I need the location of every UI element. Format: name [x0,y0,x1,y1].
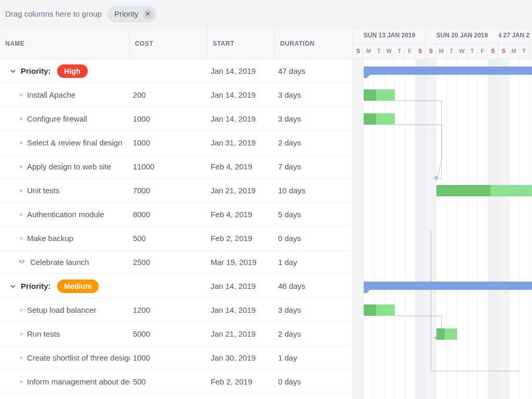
summary-bar[interactable] [364,66,532,75]
task-bar[interactable] [436,185,532,196]
bullet-icon [20,94,23,97]
task-name: Select & review final design [27,138,122,147]
task-duration: 3 days [275,305,353,314]
task-start: Jan 21, 2019 [207,186,275,195]
day-header: S [499,44,509,59]
group-priority-label: Priority: [21,66,51,75]
bullet-icon [20,141,23,144]
task-start: Jan 30, 2019 [207,353,275,362]
day-header: S [488,44,498,59]
col-header-start[interactable]: START [207,28,275,59]
task-duration: 3 days [275,114,353,123]
task-name: Configure firewall [27,114,87,123]
task-duration: 5 days [275,210,353,219]
task-row[interactable]: Unit tests7000Jan 21, 201910 days [0,179,353,203]
bullet-icon [20,356,23,360]
week-label: SUN 13 JAN 2019 [353,28,425,44]
week-label: SUN 20 JAN 2019 [426,28,498,44]
task-duration: 1 day [275,353,353,362]
bullet-icon [20,332,23,336]
task-row[interactable]: Authentication module8000Feb 4, 20195 da… [0,203,353,227]
bullet-icon [20,117,23,121]
task-row[interactable]: Select & review final design1000Jan 31, … [0,131,353,155]
task-duration: 2 days [275,138,353,147]
task-duration: 10 days [275,186,353,195]
gantt-panel[interactable]: SUN 13 JAN 2019SMTWTFSSUN 20 JAN 2019SMT… [353,28,532,399]
task-row[interactable]: Apply design to web site11000Feb 4, 2019… [0,155,353,179]
task-row[interactable]: Setup load balancer1200Jan 14, 20193 day… [0,298,353,322]
task-start: Jan 14, 2019 [207,114,275,123]
task-duration: 3 days [275,90,353,99]
task-row[interactable]: Run tests5000Jan 21, 20192 days [0,322,353,346]
day-header: S [426,44,436,59]
task-name: Authentication module [27,210,104,219]
task-name: Make backup [27,234,73,243]
day-header: S [353,44,364,59]
day-header: T [519,44,529,59]
task-start: Feb 2, 2019 [207,234,275,243]
task-start: Feb 4, 2019 [207,162,275,171]
column-headers: NAME COST START DURATION [0,28,353,59]
task-row[interactable]: Make backup500Feb 2, 20190 days [0,227,353,250]
day-header: T [467,44,477,59]
day-header: M [364,44,374,59]
bullet-icon [20,309,23,312]
task-cost: 500 [130,377,208,386]
day-header: M [436,44,447,59]
task-start: Jan 14, 2019 [207,305,275,314]
group-start: Jan 14, 2019 [207,66,275,75]
task-row[interactable]: Inform management about decision500Feb 2… [0,370,353,394]
col-header-name[interactable]: NAME [0,28,130,59]
day-header: S [415,44,425,59]
summary-bar[interactable] [364,282,532,290]
col-header-cost[interactable]: COST [130,28,208,59]
task-bar[interactable] [436,328,457,340]
task-start: Jan 14, 2019 [207,90,275,99]
task-cost: 1200 [130,305,208,314]
day-header: M [509,44,520,59]
priority-badge: High [57,64,88,78]
task-duration: 0 days [275,377,353,386]
task-bar[interactable] [364,113,395,125]
task-cost: 1000 [130,114,208,123]
timeline-week: SUN 13 JAN 2019SMTWTFS [353,28,426,59]
task-name: Setup load balancer [27,305,96,314]
task-duration: 7 days [275,162,353,171]
day-header: T [374,44,384,59]
day-header: W [457,44,468,59]
group-tag-priority[interactable]: Priority ✕ [107,6,156,22]
task-cost: 8000 [130,210,208,219]
group-start: Jan 14, 2019 [207,282,275,290]
task-name: Unit tests [27,186,60,195]
task-cost: 7000 [130,186,208,195]
task-row[interactable]: Configure firewall1000Jan 14, 20193 days [0,107,353,131]
task-duration: 1 day [275,258,353,267]
timeline-week: SUN 20 JAN 2019SMTWTFS [426,28,499,59]
day-header: F [477,44,488,59]
bullet-icon [20,237,23,240]
task-cost: 200 [130,90,208,99]
group-row[interactable]: Priority:HighJan 14, 201947 days [0,59,353,83]
task-start: Jan 31, 2019 [207,138,275,147]
group-row[interactable]: Priority:MediumJan 14, 201946 days [0,274,353,298]
chevron-down-icon[interactable] [9,68,17,75]
col-header-duration[interactable]: DURATION [275,28,353,59]
task-row[interactable]: Celebrate launch2500Mar 19, 20191 day [0,250,353,274]
task-duration: 2 days [275,329,353,338]
priority-badge: Medium [57,280,99,293]
task-name: Install Apache [27,90,75,99]
bullet-icon [20,189,23,192]
group-priority-label: Priority: [21,282,51,290]
day-header: F [405,44,415,59]
task-start: Feb 2, 2019 [207,377,275,386]
group-bar[interactable]: Drag columns here to group Priority ✕ [0,0,532,28]
remove-group-icon[interactable]: ✕ [143,9,153,19]
group-duration: 46 days [275,282,353,290]
task-bar[interactable] [364,89,395,101]
chevron-down-icon[interactable] [9,283,17,290]
task-cost: 500 [130,234,208,243]
task-bar[interactable] [364,304,395,316]
task-row[interactable]: Install Apache200Jan 14, 20193 days [0,83,353,107]
task-row[interactable]: Create shortlist of three designs1000Jan… [0,346,353,370]
task-name: Apply design to web site [27,162,111,171]
